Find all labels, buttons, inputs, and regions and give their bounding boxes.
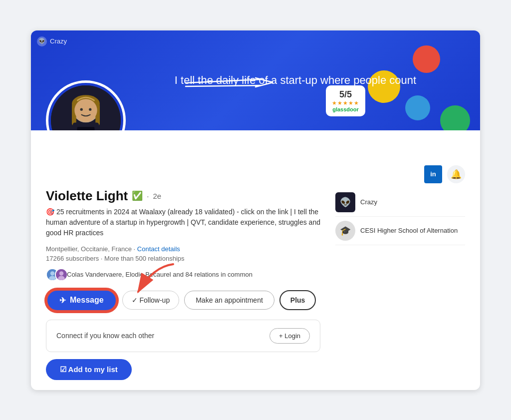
mutual-avatar-2 xyxy=(55,268,68,281)
top-icons-row: in 🔔 xyxy=(46,165,465,183)
verified-icon: ✅ xyxy=(132,190,143,201)
contact-details-link[interactable]: Contact details xyxy=(137,245,180,253)
svg-point-12 xyxy=(50,271,54,275)
crazy-logo-icon: 👽 xyxy=(335,192,355,212)
profile-name: Violette Light xyxy=(46,188,128,204)
connection-degree: 2e xyxy=(153,192,161,200)
profile-avatar: HOODRICH xyxy=(46,80,126,130)
left-column: Violette Light ✅ · 2e 🎯 25 recruitments … xyxy=(46,188,320,380)
appointment-button[interactable]: Make an appointment xyxy=(184,291,274,310)
glassdoor-badge: 5/5 ★★★★★ glassdoor xyxy=(326,85,365,116)
connect-text: Connect if you know each other xyxy=(56,332,154,340)
relationship-count: · xyxy=(101,255,104,262)
cesi-logo-icon: 🎓 xyxy=(335,221,355,241)
svg-rect-7 xyxy=(77,127,95,130)
company-card-crazy: 👽 Crazy xyxy=(335,188,465,217)
notification-bell-icon[interactable]: 🔔 xyxy=(447,165,465,183)
svg-point-15 xyxy=(59,271,63,275)
connect-box: Connect if you know each other + Login xyxy=(46,320,320,352)
add-to-list-button[interactable]: ☑ Add to my list xyxy=(46,359,132,380)
plus-label: Plus xyxy=(290,296,305,304)
location-row: Montpellier, Occitanie, France · Contact… xyxy=(46,245,320,253)
svg-point-5 xyxy=(74,99,97,122)
message-label: Message xyxy=(70,296,104,305)
appointment-label: Make an appointment xyxy=(196,296,263,304)
login-button[interactable]: + Login xyxy=(269,328,310,344)
action-area: ✈ Message ✓ Follow-up Make an appointmen… xyxy=(46,289,320,312)
main-content-row: Violette Light ✅ · 2e 🎯 25 recruitments … xyxy=(46,188,465,380)
location-text: Montpellier, Occitanie, France xyxy=(46,245,132,253)
plus-button[interactable]: Plus xyxy=(279,290,316,310)
glassdoor-score: 5/5 xyxy=(332,89,359,100)
action-buttons-row: ✈ Message ✓ Follow-up Make an appointmen… xyxy=(46,289,320,312)
message-icon: ✈ xyxy=(59,296,66,305)
decoration-ball-red xyxy=(413,45,440,73)
mutual-connections: Colas Vandervaere, Elodie Becaurel and 8… xyxy=(46,268,320,281)
relationship-text: More than 500 relationships xyxy=(104,255,184,262)
profile-body: in 🔔 Violette Light ✅ · 2e 🎯 25 recruitm… xyxy=(31,130,480,390)
glassdoor-stars: ★★★★★ xyxy=(332,100,359,106)
company-name-cesi: CESI Higher School of Alternation xyxy=(360,227,458,234)
decoration-ball-blue xyxy=(405,95,430,120)
svg-point-9 xyxy=(80,108,83,110)
banner-tagline: I tell the daily life of a start-up wher… xyxy=(175,74,416,87)
mutual-text: Colas Vandervaere, Elodie Becaurel and 8… xyxy=(67,271,253,278)
degree-badge: · xyxy=(147,192,149,200)
decoration-ball-green xyxy=(440,105,470,130)
avatar-image: HOODRICH xyxy=(51,85,121,130)
avatar-inner: HOODRICH xyxy=(51,85,121,130)
subscriber-count: 17266 subscribers xyxy=(46,255,99,262)
addlist-label: ☑ Add to my list xyxy=(60,365,118,374)
glassdoor-label: glassdoor xyxy=(332,106,359,112)
profile-bio: 🎯 25 recruitments in 2024 at Waalaxy (al… xyxy=(46,207,320,238)
followup-label: ✓ Follow-up xyxy=(132,296,170,304)
profile-card: 👽 Crazy I tell the daily life of a start… xyxy=(31,30,480,390)
app-indicator: 👽 Crazy xyxy=(37,36,67,46)
login-label: + Login xyxy=(279,332,300,340)
app-logo-icon: 👽 xyxy=(37,36,47,46)
app-name: Crazy xyxy=(50,37,67,45)
linkedin-icon[interactable]: in xyxy=(424,165,442,183)
followup-button[interactable]: ✓ Follow-up xyxy=(122,291,180,310)
name-row: Violette Light ✅ · 2e xyxy=(46,188,320,204)
message-button[interactable]: ✈ Message xyxy=(46,289,117,312)
right-column: 👽 Crazy 🎓 CESI Higher School of Alternat… xyxy=(335,188,465,380)
svg-point-10 xyxy=(89,108,91,110)
company-name-crazy: Crazy xyxy=(360,198,377,206)
company-card-cesi: 🎓 CESI Higher School of Alternation xyxy=(335,217,465,245)
subscribers-row: 17266 subscribers · More than 500 relati… xyxy=(46,255,320,262)
profile-banner: 👽 Crazy I tell the daily life of a start… xyxy=(31,30,480,130)
mutual-avatars xyxy=(46,268,64,281)
